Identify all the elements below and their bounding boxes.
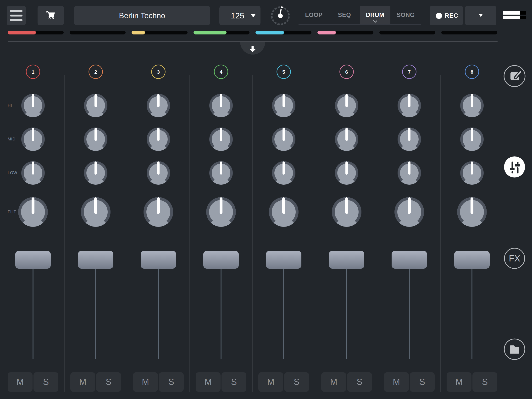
svg-text:4: 4 xyxy=(220,69,222,75)
svg-text:1: 1 xyxy=(32,69,34,75)
svg-text:5: 5 xyxy=(282,69,285,75)
svg-text:3: 3 xyxy=(157,69,160,75)
svg-text:FX: FX xyxy=(509,253,520,263)
svg-text:8: 8 xyxy=(470,69,473,75)
svg-text:7: 7 xyxy=(408,69,411,75)
svg-text:2: 2 xyxy=(94,69,97,75)
svg-text:6: 6 xyxy=(345,69,348,75)
